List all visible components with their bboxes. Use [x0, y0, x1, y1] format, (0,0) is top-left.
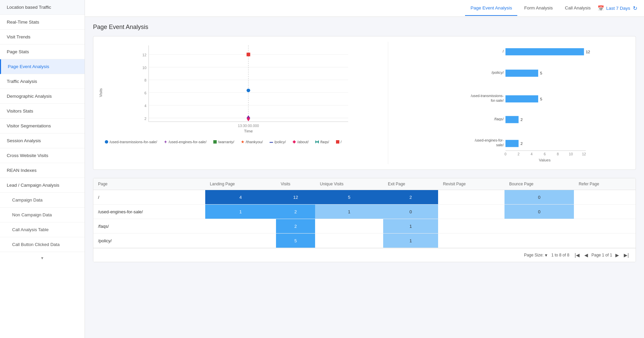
svg-text:/faqs/: /faqs/	[494, 117, 504, 121]
sidebar-item-traffic-analysis[interactable]: Traffic Analysis	[0, 74, 85, 89]
svg-text:0: 0	[504, 152, 507, 156]
sidebar-item-page-event-analysis[interactable]: Page Event Analysis	[0, 59, 85, 74]
next-page-btn[interactable]: ▶	[614, 252, 620, 258]
sidebar-item-call-button-clicked-data[interactable]: Call Button Clicked Data	[0, 237, 85, 252]
svg-text:sale/: sale/	[496, 143, 503, 147]
sidebar-item-non-campaign-data[interactable]: Non Campaign Data	[0, 208, 85, 222]
legend-item-about: /about/	[293, 140, 309, 144]
legend-label-warranty: /warranty/	[218, 140, 234, 144]
svg-text:2: 2	[144, 117, 146, 121]
table-header-row: Page Landing Page Visits Unique Visits E…	[93, 178, 636, 190]
prev-page-btn[interactable]: ◀	[583, 252, 589, 258]
svg-text:5: 5	[540, 71, 542, 75]
page-size-control: Page Size: ▾	[524, 252, 547, 258]
sidebar-item-visit-trends[interactable]: Visit Trends	[0, 30, 85, 44]
sidebar-item-call-analysis-table[interactable]: Call Analysis Table	[0, 222, 85, 237]
legend-label-about: /about/	[297, 140, 309, 144]
bar-policy	[505, 70, 538, 77]
sidebar: Location based TrafficReal-Time StatsVis…	[0, 0, 85, 338]
sidebar-item-rean-indexes[interactable]: REAN Indexes	[0, 163, 85, 178]
svg-text:12: 12	[142, 53, 146, 57]
legend-dot-root	[336, 140, 339, 144]
tab-call-analysis[interactable]: Call Analysis	[559, 1, 596, 16]
svg-text:6: 6	[544, 152, 546, 156]
svg-text:13:30:00.000: 13:30:00.000	[238, 124, 259, 128]
col-bounce: Bounce Page	[504, 178, 574, 190]
col-refer: Refer Page	[574, 178, 636, 190]
legend-item-policy: /policy/	[270, 140, 286, 144]
bar-faqs	[505, 116, 519, 123]
svg-text:/: /	[502, 49, 504, 53]
date-filter[interactable]: 📅 Last 7 Days	[597, 5, 630, 11]
svg-text:12: 12	[582, 152, 586, 156]
table-row: /412520	[93, 190, 636, 205]
y-axis-label: Visits	[99, 88, 103, 97]
svg-text:6: 6	[144, 91, 146, 95]
sidebar-item-page-stats[interactable]: Page Stats	[0, 44, 85, 59]
date-filter-label: Last 7 Days	[606, 6, 630, 11]
refresh-icon[interactable]: ↻	[633, 5, 637, 11]
tabs-header: Page Event AnalysisForm AnalysisCall Ana…	[85, 0, 644, 17]
scatter-svg: 2 4 6 8 10 12 13:30:00.000 Time	[105, 42, 381, 136]
svg-text:Time: Time	[244, 129, 253, 133]
scatter-legend: /used-transmissions-for-sale/ /used-engi…	[105, 140, 381, 144]
col-visits: Visits	[276, 178, 315, 190]
scatter-point-root	[247, 53, 250, 56]
calendar-icon: 📅	[597, 5, 604, 11]
bar-chart-svg: / 12 /policy/ 5 /used-transmissions- for…	[395, 42, 630, 163]
first-page-btn[interactable]: |◀	[573, 252, 581, 258]
sidebar-item-session-analysis[interactable]: Session Analysis	[0, 133, 85, 148]
page-size-dropdown-icon[interactable]: ▾	[545, 252, 547, 258]
last-page-btn[interactable]: ▶|	[622, 252, 630, 258]
legend-label-root: /	[341, 140, 342, 144]
content-area: Page Event Analysis Visits	[85, 17, 644, 338]
legend-item-warranty: /warranty/	[213, 140, 234, 144]
sidebar-item-lead-campaign-analysis[interactable]: Lead / Campaign Analysis	[0, 178, 85, 193]
scatter-point-trans	[247, 89, 250, 92]
col-exit: Exit Page	[383, 178, 438, 190]
svg-text:8: 8	[144, 78, 146, 82]
col-unique: Unique Visits	[315, 178, 383, 190]
sidebar-item-demographic-analysis[interactable]: Demographic Analysis	[0, 89, 85, 104]
sidebar-item-real-time-stats[interactable]: Real-Time Stats	[0, 15, 85, 30]
legend-dot-thankyou	[241, 140, 244, 144]
page-info-label: Page 1 of 1	[591, 253, 612, 257]
bar-root	[505, 48, 584, 55]
page-title: Page Event Analysis	[93, 24, 636, 31]
svg-text:for-sale/: for-sale/	[491, 98, 503, 102]
svg-text:/used-engines-for-: /used-engines-for-	[475, 138, 504, 142]
tab-page-event-analysis[interactable]: Page Event Analysis	[465, 1, 517, 16]
col-revisit: Revisit Page	[438, 178, 504, 190]
main-content: Page Event AnalysisForm AnalysisCall Ana…	[85, 0, 644, 338]
svg-text:2: 2	[518, 152, 520, 156]
page-size-label: Page Size:	[524, 253, 544, 257]
sidebar-item-campaign-data[interactable]: Campaign Data	[0, 193, 85, 208]
svg-text:8: 8	[557, 152, 559, 156]
sidebar-item-visitor-segmentations[interactable]: Visitor Segmentations	[0, 119, 85, 133]
sidebar-item-visitors-stats[interactable]: Visitors Stats	[0, 104, 85, 119]
legend-label-thankyou: /thankyou/	[246, 140, 263, 144]
sidebar-chevron[interactable]: ▾	[0, 252, 85, 264]
legend-item-engines: /used-engines-for-sale/	[164, 140, 207, 144]
legend-label-faqs: /faqs/	[320, 140, 329, 144]
page-range-label: 1 to 8 of 8	[551, 253, 569, 257]
svg-text:2: 2	[520, 141, 522, 146]
tab-form-analysis[interactable]: Form Analysis	[519, 1, 558, 16]
legend-label-policy: /policy/	[274, 140, 286, 144]
svg-text:10: 10	[142, 66, 146, 70]
svg-text:/used-transmissions-: /used-transmissions-	[471, 94, 504, 98]
table-row: /policy/51	[93, 234, 636, 248]
svg-text:Values: Values	[539, 158, 551, 162]
sidebar-item-location-traffic[interactable]: Location based Traffic	[0, 0, 85, 15]
bar-chart-container: / 12 /policy/ 5 /used-transmissions- for…	[388, 42, 630, 164]
charts-row: Visits	[93, 36, 636, 170]
legend-label-trans: /used-transmissions-for-sale/	[110, 140, 157, 144]
legend-dot-policy	[270, 142, 273, 143]
legend-dot-engines	[164, 140, 167, 144]
data-table: Page Landing Page Visits Unique Visits E…	[93, 178, 636, 248]
svg-text:10: 10	[569, 152, 573, 156]
col-page: Page	[93, 178, 205, 190]
page-navigation: |◀ ◀ Page 1 of 1 ▶ ▶|	[573, 252, 630, 258]
legend-dot-trans	[105, 140, 108, 144]
sidebar-item-cross-website-visits[interactable]: Cross Website Visits	[0, 148, 85, 163]
